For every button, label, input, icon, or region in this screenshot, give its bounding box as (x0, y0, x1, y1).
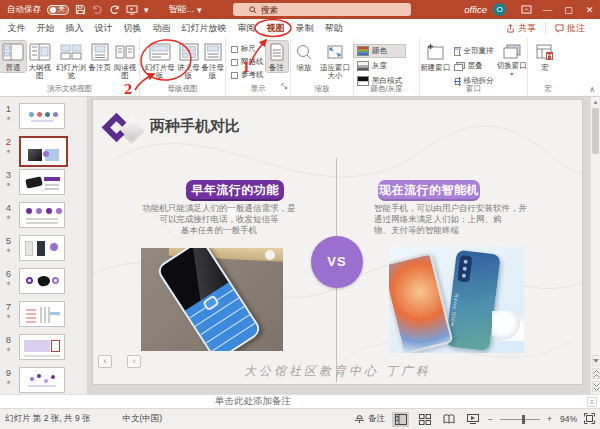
left-body-text[interactable]: 功能机只能满足人们的一般通信需求，是 可以完成接打电话，收发短信等 基本任务的一… (131, 203, 307, 236)
maximize-button[interactable]: ▢ (558, 0, 579, 19)
slide-thumbnail[interactable] (19, 334, 65, 360)
zoom-slider-thumb[interactable] (522, 415, 525, 424)
show-notes-button[interactable]: 备注 (266, 41, 288, 72)
close-button[interactable]: ✕ (579, 0, 600, 19)
tab-review[interactable]: 审阅 (232, 19, 261, 38)
slide-thumbnail[interactable] (19, 136, 68, 167)
notes-page-button[interactable]: 备注页 (88, 41, 111, 72)
slide-thumbnail[interactable] (19, 169, 65, 195)
left-heading-banner[interactable]: 早年流行的功能机 (186, 180, 284, 201)
notes-toggle-button[interactable]: 备注 (354, 413, 385, 425)
new-window-button[interactable]: 新建窗口 (420, 41, 451, 72)
slide-thumbnail-row[interactable]: 6 ✶ (0, 268, 87, 301)
arrange-all-button[interactable]: 全部重排 (451, 45, 497, 57)
tab-view[interactable]: 视图 (261, 19, 290, 38)
slide-thumbnail[interactable] (19, 235, 65, 261)
reading-view-status-button[interactable] (440, 412, 457, 427)
smartphone-photo[interactable]: Reno Glow (389, 247, 524, 353)
notes-placeholder[interactable]: 单击此处添加备注 (215, 395, 291, 408)
share-button[interactable]: 共享 (497, 22, 545, 35)
ribbon-display-options-icon[interactable] (516, 0, 537, 19)
slide-thumbnail[interactable] (19, 202, 65, 228)
slide-thumbnail-row[interactable]: 4 ✶ (0, 202, 87, 235)
outline-view-button[interactable]: 大纲视图 (26, 41, 54, 80)
zoom-slider[interactable] (500, 419, 540, 420)
tab-transitions[interactable]: 切换 (118, 19, 147, 38)
scroll-down-button[interactable] (592, 355, 600, 366)
language-status[interactable]: 中文(中国) (123, 413, 163, 425)
slide-thumbnail-row[interactable]: 5 ✶ (0, 235, 87, 268)
slide-thumbnail[interactable] (19, 301, 65, 327)
collapse-ribbon-icon[interactable]: ∧ (589, 85, 595, 94)
slide-sorter-button[interactable]: 幻灯片浏览 (54, 41, 89, 80)
ruler-checkbox[interactable]: 标尺 (231, 44, 264, 54)
right-heading-banner[interactable]: 现在流行的智能机 (378, 180, 480, 201)
watermark-text[interactable]: 大公馆社区教育中心 丁广科 (93, 363, 582, 380)
fit-to-window-button[interactable]: 适应窗口大小 (317, 41, 353, 80)
account-avatar[interactable]: O (493, 3, 506, 16)
tab-home[interactable]: 开始 (31, 19, 60, 38)
cascade-button[interactable]: 层叠 (451, 60, 497, 72)
slide-title[interactable]: 两种手机对比 (150, 117, 240, 136)
slide-thumbnail[interactable] (19, 103, 65, 129)
normal-view-status-button[interactable] (392, 412, 409, 427)
tab-help[interactable]: 帮助 (319, 19, 348, 38)
show-dialog-launcher-icon[interactable] (281, 76, 288, 94)
slide-thumbnail-row[interactable]: 8 ✶ (0, 334, 87, 367)
start-slideshow-icon[interactable] (126, 5, 138, 15)
zoom-in-button[interactable]: + (547, 414, 552, 424)
color-button[interactable]: 颜色 (354, 45, 405, 57)
search-input[interactable] (261, 5, 391, 15)
vertical-scrollbar[interactable]: ▲ (590, 97, 600, 394)
vs-badge[interactable]: VS (311, 236, 363, 288)
guides-checkbox[interactable]: 参考线 (231, 70, 264, 80)
tab-slideshow[interactable]: 幻灯片放映 (176, 19, 232, 38)
notes-resize-handle[interactable]: ≡ (587, 397, 597, 407)
next-slide-button[interactable]: › (127, 355, 141, 368)
fit-slide-button[interactable] (584, 413, 595, 426)
scroll-up-icon[interactable]: ▲ (591, 98, 600, 107)
search-box[interactable] (233, 3, 411, 16)
autosave-toggle[interactable]: 关 (47, 5, 69, 15)
gridlines-checkbox[interactable]: 网格线 (231, 57, 264, 67)
scrollbar-thumb[interactable] (592, 108, 599, 154)
slide-thumbnail-row[interactable]: 7 ✶ (0, 301, 87, 334)
tab-insert[interactable]: 插入 (60, 19, 89, 38)
slide-sorter-status-button[interactable] (416, 412, 433, 427)
handout-master-button[interactable]: 讲义母版 (176, 41, 200, 80)
qat-more-icon[interactable]: ▾ (144, 5, 149, 15)
slide-thumbnail-row[interactable]: 3 ✶ (0, 169, 87, 202)
minimize-button[interactable]: — (537, 0, 558, 19)
zoom-level[interactable]: 94% (559, 414, 577, 424)
normal-view-button[interactable]: 普通 (0, 41, 26, 72)
grayscale-button[interactable]: 灰度 (354, 60, 405, 72)
previous-slide-scroll-button[interactable] (592, 368, 600, 379)
right-body-text[interactable]: 智能手机，可以由用户自行安装软件，并 通过网络来满足人们如：上网、购 物、支付等… (374, 203, 560, 236)
slide-thumbnail-row[interactable]: 1 ✶ (0, 103, 87, 136)
slide-thumbnail[interactable] (19, 367, 65, 393)
redo-icon[interactable] (109, 5, 120, 15)
slide-logo[interactable] (103, 112, 149, 146)
slide-thumbnail[interactable] (19, 268, 65, 294)
slide-master-button[interactable]: 幻灯片母版 (143, 41, 176, 80)
feature-phone-photo[interactable] (141, 248, 283, 351)
next-slide-scroll-button[interactable] (592, 381, 600, 392)
undo-icon[interactable] (92, 5, 103, 15)
slide-editor[interactable]: 两种手机对比 早年流行的功能机 现在流行的智能机 功能机只能满足人们的一般通信需… (92, 99, 583, 385)
reading-view-button[interactable]: 阅读视图 (111, 41, 139, 80)
slideshow-status-button[interactable] (464, 412, 481, 427)
prev-slide-button[interactable]: ‹ (98, 355, 112, 368)
save-icon[interactable] (75, 4, 86, 15)
switch-windows-button[interactable]: 切换窗口 ▾ (497, 41, 528, 78)
tab-file[interactable]: 文件 (2, 19, 31, 38)
tab-design[interactable]: 设计 (89, 19, 118, 38)
macros-button[interactable]: 宏 (528, 41, 562, 72)
document-title[interactable]: 智能...▾ (169, 3, 202, 16)
slide-thumbnail-row[interactable]: 2 ✶ (0, 136, 87, 169)
comments-button[interactable]: 批注 (545, 22, 594, 35)
zoom-out-button[interactable]: − (488, 414, 493, 424)
notes-pane[interactable]: 单击此处添加备注 ≡ (0, 394, 600, 408)
zoom-button[interactable]: 缩放 (291, 41, 317, 72)
tab-record[interactable]: 录制 (290, 19, 319, 38)
slide-thumbnail-row[interactable]: 9 ✶ (0, 367, 87, 394)
